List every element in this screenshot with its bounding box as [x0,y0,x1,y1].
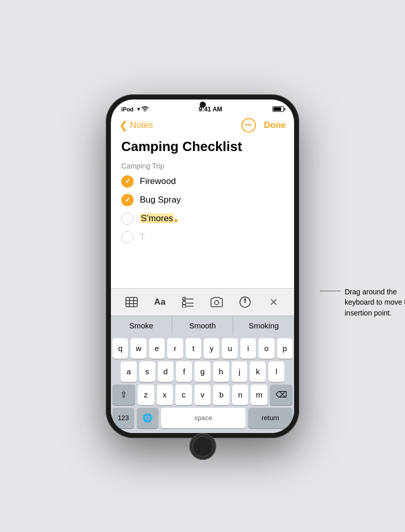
note-title[interactable]: Camping Checklist [121,139,284,155]
checklist-item-4: T [121,231,284,243]
wifi-icon: ▾ [137,106,149,112]
key-numbers[interactable]: 123 [112,408,134,428]
svg-rect-0 [126,297,137,307]
keyboard-row-1: q w e r t y u i o p [112,338,293,359]
key-h[interactable]: h [213,361,229,382]
nav-bar: ❮ Notes ••• Done [111,115,294,137]
key-g[interactable]: g [195,361,210,382]
battery-icon [272,106,284,112]
key-return[interactable]: return [248,408,293,428]
format-button[interactable]: Aa [150,294,170,310]
camera-button[interactable] [206,294,227,310]
key-c[interactable]: c [175,385,192,405]
predictive-word-3[interactable]: Smoking [233,316,294,335]
close-icon: ✕ [269,296,278,308]
keyboard-row-3: ⇧ z x c v b n m ⌫ [112,385,293,405]
keyboard-row-4: 123 🌐 space return [112,408,293,428]
key-j[interactable]: j [232,361,248,382]
annotation-text: Drag around the keyboard to move the ins… [345,287,405,318]
home-button-inner [192,436,213,457]
device-label: iPod [121,106,134,112]
section-label: Camping Trip [121,162,284,170]
key-backspace[interactable]: ⌫ [270,385,293,405]
markup-icon [239,296,251,308]
key-b[interactable]: b [213,385,230,405]
key-f[interactable]: f [176,361,192,382]
key-m[interactable]: m [251,385,267,405]
key-globe[interactable]: 🌐 [137,408,158,428]
key-l[interactable]: l [268,361,284,382]
key-o[interactable]: o [258,338,274,359]
key-p[interactable]: p [277,338,293,359]
key-shift[interactable]: ⇧ [112,385,135,405]
status-right [272,106,284,112]
phone-screen: iPod ▾ 9:41 AM [111,99,294,433]
key-v[interactable]: v [195,385,211,405]
key-u[interactable]: u [222,338,237,359]
back-button[interactable]: ❮ Notes [119,120,153,130]
key-space[interactable]: space [161,408,246,428]
back-label: Notes [130,120,153,130]
battery-fill [273,107,281,111]
svg-point-11 [215,301,219,305]
nav-actions: ••• Done [241,118,286,132]
camera [200,102,206,108]
key-d[interactable]: d [158,361,174,382]
close-button[interactable]: ✕ [263,294,284,310]
predictive-bar: Smoke Smooth Smoking [111,315,294,335]
svg-point-14 [245,301,246,303]
checkbox-3[interactable] [121,212,134,225]
table-icon [125,297,138,307]
key-t[interactable]: t [186,338,201,359]
smores-highlight: S’mores [140,213,174,223]
svg-marker-13 [244,297,247,301]
key-a[interactable]: a [121,361,137,382]
checklist-item-3: S’mores [121,212,284,225]
item-text-4: T [140,232,145,242]
done-button[interactable]: Done [264,120,286,130]
table-button[interactable] [121,294,142,310]
checklist-item-1: ✓ Firewood [121,175,284,188]
checkbox-2[interactable]: ✓ [121,194,134,206]
more-button[interactable]: ••• [241,118,256,132]
checklist-item-2: ✓ Bug Spray [121,194,284,206]
check-icon-2: ✓ [125,196,131,204]
item-text-1: Firewood [140,176,176,187]
status-left: iPod ▾ [121,106,149,112]
phone-device: iPod ▾ 9:41 AM [106,94,299,438]
key-q[interactable]: q [112,338,128,359]
checklist-button[interactable] [178,294,199,310]
key-k[interactable]: k [250,361,266,382]
key-s[interactable]: s [139,361,155,382]
key-e[interactable]: e [149,338,165,359]
checklist-icon [182,296,195,308]
key-i[interactable]: i [240,338,256,359]
note-content: Camping Checklist Camping Trip ✓ Firewoo… [111,137,294,288]
text-cursor [174,219,177,222]
key-r[interactable]: r [167,338,183,359]
predictive-word-2[interactable]: Smooth [172,316,234,335]
back-chevron-icon: ❮ [119,120,128,130]
annotation-line [320,291,341,291]
key-n[interactable]: n [232,385,249,405]
check-icon-1: ✓ [125,177,131,185]
checkbox-1[interactable]: ✓ [121,175,134,188]
checkbox-4[interactable] [121,231,134,243]
item-text-2: Bug Spray [140,195,181,205]
camera-icon [210,297,223,307]
key-z[interactable]: z [138,385,154,405]
formatting-toolbar: Aa [111,288,294,315]
ellipsis-icon: ••• [245,121,252,129]
markup-button[interactable] [235,294,255,310]
key-x[interactable]: x [157,385,173,405]
predictive-word-1[interactable]: Smoke [111,316,172,335]
key-w[interactable]: w [131,338,146,359]
globe-icon: 🌐 [142,413,153,423]
format-icon: Aa [154,297,166,307]
item-text-3[interactable]: S’mores [140,213,177,224]
home-button[interactable] [189,433,216,460]
key-y[interactable]: y [204,338,219,359]
annotation: Drag around the keyboard to move the ins… [320,287,405,318]
keyboard-row-2: a s d f g h j k l [112,361,293,382]
keyboard[interactable]: q w e r t y u i o p a s d f g [111,335,294,433]
